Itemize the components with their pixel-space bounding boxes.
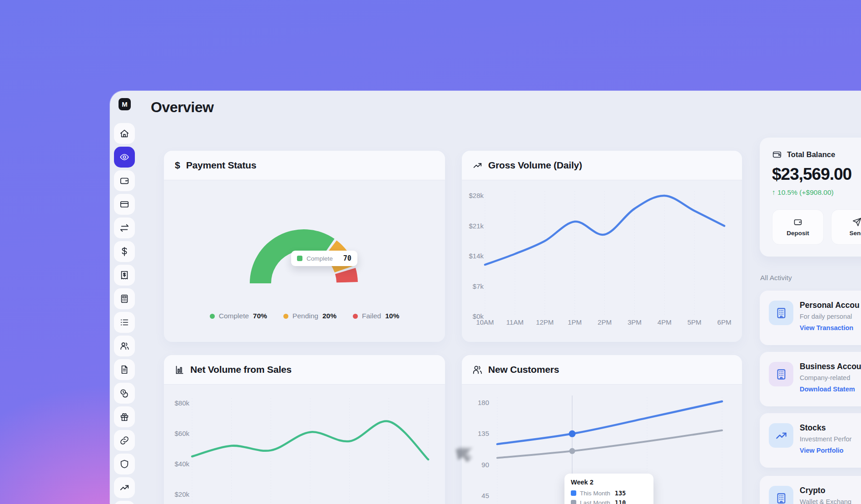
sidebar-item-trending-up[interactable] bbox=[114, 477, 135, 498]
new-customers-title: New Customers bbox=[488, 364, 559, 375]
all-activity-heading: All Activity bbox=[760, 274, 792, 282]
svg-text:5PM: 5PM bbox=[688, 318, 702, 326]
activity-link[interactable]: Download Statem bbox=[800, 385, 855, 393]
dollar-icon: $ bbox=[175, 160, 180, 171]
gross-volume-title: Gross Volume (Daily) bbox=[488, 160, 582, 171]
week-tooltip: Week 2 This Month 135 Last Month 110 bbox=[564, 474, 653, 504]
sidebar-item-device[interactable] bbox=[114, 501, 135, 504]
building-icon bbox=[769, 301, 793, 325]
net-volume-title: Net Volume from Sales bbox=[190, 364, 292, 375]
activity-card-crypto[interactable]: CryptoWallet & Exchang bbox=[760, 476, 861, 504]
sidebar-item-arrows-left-right[interactable] bbox=[114, 217, 135, 238]
svg-text:6PM: 6PM bbox=[718, 318, 732, 326]
svg-text:180: 180 bbox=[478, 399, 489, 406]
trending-up-icon bbox=[769, 423, 793, 448]
sidebar-item-credit-card[interactable] bbox=[114, 194, 135, 215]
legend-dot bbox=[210, 314, 215, 319]
link-icon bbox=[119, 435, 129, 445]
activity-link[interactable]: View Transaction bbox=[800, 324, 853, 331]
sidebar-item-receipt-dollar[interactable] bbox=[114, 265, 135, 286]
activity-card-business-accou[interactable]: Business AccouCompany-relatedDownload St… bbox=[760, 352, 861, 406]
activity-card-stocks[interactable]: StocksInvestment PerforView Portfolio bbox=[760, 413, 861, 468]
total-balance-amount: $23,569.00 bbox=[772, 165, 851, 184]
shield-icon bbox=[119, 459, 129, 469]
new-customers-body: 1801359045 Week 2 This Month 135 Last Mo… bbox=[462, 385, 742, 504]
net-volume-card: Net Volume from Sales $80k$60k$40k$20k bbox=[164, 355, 445, 504]
tooltip-last-month-row: Last Month 110 bbox=[571, 499, 647, 504]
building-icon bbox=[769, 486, 793, 504]
legend-value: 70% bbox=[253, 312, 267, 320]
svg-text:3PM: 3PM bbox=[628, 318, 642, 326]
activity-subtitle: Company-related bbox=[800, 374, 850, 381]
tooltip-complete-label: Complete bbox=[307, 255, 333, 262]
new-customers-card: New Customers 1801359045 Week 2 This Mon… bbox=[462, 355, 742, 504]
sidebar-item-eye-active[interactable] bbox=[114, 147, 135, 168]
users-icon bbox=[119, 341, 129, 351]
gauge-tooltip: Complete 70 bbox=[291, 251, 357, 266]
gross-volume-header: Gross Volume (Daily) bbox=[462, 151, 742, 180]
trending-up-icon bbox=[473, 161, 482, 170]
last-month-label: Last Month bbox=[580, 499, 610, 504]
dollar-sign-icon bbox=[119, 247, 129, 257]
gross-volume-card: Gross Volume (Daily) $28k$21k$14k$7k$0k1… bbox=[462, 151, 742, 342]
activity-title: Stocks bbox=[800, 423, 826, 433]
sidebar-item-users[interactable] bbox=[114, 336, 135, 356]
svg-text:1PM: 1PM bbox=[568, 318, 582, 326]
eye-icon bbox=[119, 152, 129, 162]
activity-title: Crypto bbox=[800, 486, 825, 495]
send-button[interactable]: Send bbox=[831, 209, 861, 245]
this-month-value: 135 bbox=[615, 489, 626, 497]
app-logo[interactable]: M bbox=[119, 98, 131, 110]
page-title: Overview bbox=[151, 99, 213, 116]
legend-label: Complete bbox=[219, 312, 249, 320]
sidebar-item-shield[interactable] bbox=[114, 454, 135, 474]
credit-card-icon bbox=[119, 199, 129, 209]
svg-text:$28k: $28k bbox=[469, 192, 484, 199]
net-volume-body: $80k$60k$40k$20k bbox=[164, 385, 445, 504]
legend-dot bbox=[353, 314, 358, 319]
net-volume-chart[interactable]: $80k$60k$40k$20k bbox=[164, 385, 445, 504]
arrows-left-right-icon bbox=[119, 223, 129, 233]
activity-subtitle: Investment Perfor bbox=[800, 435, 851, 443]
this-month-label: This Month bbox=[580, 490, 610, 497]
tooltip-complete-value: 70 bbox=[343, 254, 351, 262]
gift-icon bbox=[119, 412, 129, 422]
new-customers-header: New Customers bbox=[462, 355, 742, 385]
sidebar-item-dollar-sign[interactable] bbox=[114, 241, 135, 262]
sidebar-item-gift[interactable] bbox=[114, 406, 135, 427]
svg-text:$21k: $21k bbox=[469, 222, 484, 230]
activity-title: Business Accou bbox=[800, 362, 861, 371]
legend-dot bbox=[283, 314, 288, 319]
sidebar-item-wallet[interactable] bbox=[114, 170, 135, 191]
wallet-icon bbox=[119, 176, 129, 186]
sidebar-item-calculator[interactable] bbox=[114, 288, 135, 309]
last-month-swatch bbox=[571, 500, 576, 504]
deposit-button[interactable]: Deposit bbox=[772, 209, 824, 245]
sidebar-item-link[interactable] bbox=[114, 430, 135, 451]
svg-text:$60k: $60k bbox=[174, 430, 189, 437]
activity-subtitle: Wallet & Exchang bbox=[800, 498, 851, 504]
file-text-icon bbox=[119, 365, 129, 375]
legend-label: Failed bbox=[362, 312, 381, 320]
svg-text:$20k: $20k bbox=[174, 490, 189, 498]
send-icon bbox=[852, 217, 861, 227]
activity-link[interactable]: View Portfolio bbox=[800, 447, 843, 454]
legend-value: 20% bbox=[322, 312, 336, 320]
app-logo-letter: M bbox=[122, 100, 128, 108]
svg-text:10AM: 10AM bbox=[476, 318, 494, 326]
sidebar-item-coins[interactable] bbox=[114, 383, 135, 404]
payment-status-body: Complete 70 Complete70%Pending20%Failed1… bbox=[164, 180, 445, 342]
sidebar-item-home[interactable] bbox=[114, 123, 135, 144]
week-tooltip-title: Week 2 bbox=[571, 479, 647, 486]
gross-volume-chart[interactable]: $28k$21k$14k$7k$0k10AM11AM12PM1PM2PM3PM4… bbox=[462, 180, 742, 342]
coins-icon bbox=[119, 388, 129, 398]
net-volume-header: Net Volume from Sales bbox=[164, 355, 445, 385]
svg-text:11AM: 11AM bbox=[506, 318, 524, 326]
send-label: Send bbox=[849, 230, 861, 237]
activity-card-personal-accou[interactable]: Personal AccouFor daily personalView Tra… bbox=[760, 291, 861, 345]
payment-status-title: Payment Status bbox=[186, 160, 257, 171]
legend-value: 10% bbox=[385, 312, 399, 320]
sidebar-item-file-text[interactable] bbox=[114, 359, 135, 380]
sidebar-item-list[interactable] bbox=[114, 312, 135, 333]
legend-label: Pending bbox=[292, 312, 318, 320]
